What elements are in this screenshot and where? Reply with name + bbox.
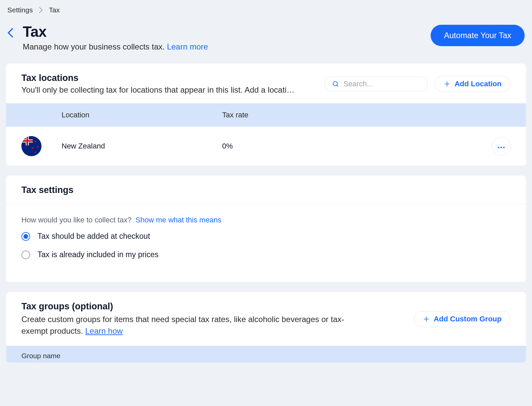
- row-location: New Zealand: [62, 142, 222, 150]
- search-icon: [332, 80, 339, 88]
- tax-locations-description: You'll only be collecting tax for locati…: [21, 85, 296, 95]
- tax-locations-title: Tax locations: [21, 73, 296, 83]
- location-search-input[interactable]: [343, 80, 420, 88]
- breadcrumb-settings[interactable]: Settings: [7, 6, 33, 14]
- col-group-name: Group name: [21, 352, 61, 360]
- radio-label: Tax is already included in my prices: [37, 250, 159, 259]
- row-tax-rate: 0%: [222, 142, 484, 150]
- tax-groups-title: Tax groups (optional): [21, 301, 349, 312]
- tax-groups-description: Create custom groups for items that need…: [21, 314, 349, 337]
- add-custom-group-button[interactable]: Add Custom Group: [414, 311, 511, 327]
- radio-icon: [21, 250, 30, 259]
- add-location-label: Add Location: [454, 80, 502, 88]
- table-row: ★★★★ New Zealand 0%: [6, 127, 526, 166]
- svg-point-2: [501, 147, 502, 148]
- flag-icon: ★★★★: [21, 136, 41, 156]
- breadcrumb: Settings Tax: [6, 5, 526, 20]
- plus-icon: [423, 316, 430, 322]
- radio-icon: [21, 232, 30, 241]
- add-custom-group-label: Add Custom Group: [434, 315, 502, 323]
- plus-icon: [444, 81, 450, 87]
- chevron-right-icon: [39, 7, 43, 13]
- automate-tax-button[interactable]: Automate Your Tax: [431, 25, 525, 46]
- groups-table-header: Group name: [6, 346, 526, 363]
- more-icon: [497, 142, 505, 150]
- breadcrumb-current: Tax: [49, 6, 60, 14]
- page-title: Tax: [23, 23, 208, 40]
- page-header: Tax Manage how your business collects ta…: [6, 20, 526, 64]
- collect-tax-question: How would you like to collect tax?: [21, 216, 131, 224]
- add-location-button[interactable]: Add Location: [435, 76, 511, 92]
- tax-locations-card: Tax locations You'll only be collecting …: [6, 64, 526, 166]
- location-search[interactable]: [324, 77, 428, 91]
- locations-table-header: Location Tax rate: [6, 103, 526, 127]
- col-location: Location: [62, 111, 222, 119]
- radio-option-added-at-checkout[interactable]: Tax should be added at checkout: [21, 232, 511, 241]
- tax-settings-title: Tax settings: [21, 185, 74, 195]
- tax-settings-card: Tax settings How would you like to colle…: [6, 176, 526, 282]
- row-actions-button[interactable]: [492, 137, 511, 156]
- tax-groups-card: Tax groups (optional) Create custom grou…: [6, 292, 526, 363]
- col-tax-rate: Tax rate: [222, 111, 484, 119]
- show-me-link[interactable]: Show me what this means: [136, 216, 221, 224]
- svg-point-1: [498, 147, 499, 148]
- page-subtitle: Manage how your business collects tax. L…: [23, 42, 208, 52]
- radio-option-included-in-prices[interactable]: Tax is already included in my prices: [21, 250, 511, 259]
- radio-label: Tax should be added at checkout: [37, 232, 150, 241]
- back-button[interactable]: [7, 23, 13, 37]
- learn-how-link[interactable]: Learn how: [85, 326, 123, 335]
- learn-more-link[interactable]: Learn more: [167, 42, 208, 51]
- svg-point-3: [503, 147, 505, 148]
